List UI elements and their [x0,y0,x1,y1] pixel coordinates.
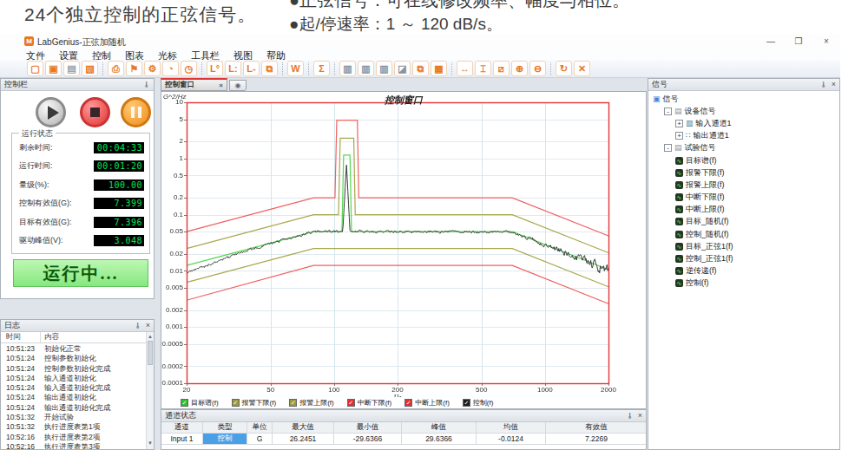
snapshot-button[interactable]: ◉ [229,80,247,91]
sigma-button[interactable]: Σ [313,61,330,76]
log-row[interactable]: 10:51:24输出通道初始化 [1,393,147,402]
legend-item[interactable]: ✓报警上限(f) [289,398,334,408]
pin-icon[interactable]: ⊸ [143,82,151,88]
close-icon[interactable]: × [638,412,642,420]
legend-item[interactable]: ✓报警下限(f) [232,398,277,408]
log-row[interactable]: 10:51:24输出通道初始化完成 [1,403,147,413]
image-flag-button[interactable]: ⚑ [126,61,142,76]
menu-item[interactable]: 图表 [118,50,151,61]
tree-item[interactable]: +∷输出通道1 [648,130,839,142]
full-scale-button[interactable]: ✕ [574,61,590,76]
pin-icon[interactable]: ⊸ [626,413,634,420]
pin-icon[interactable]: ⊸ [134,323,141,329]
close-icon[interactable]: × [146,322,150,329]
legend-checkbox-icon[interactable]: ✓ [232,399,240,407]
legend-checkbox-icon[interactable]: ✓ [463,399,470,407]
scrollbar-thumb[interactable] [148,341,153,365]
log-row[interactable]: 10:52:16执行进度表第3项 [1,442,147,449]
tree-item[interactable]: ∿报警上限(f) [648,179,839,191]
stop-button[interactable] [80,97,110,127]
legend-item[interactable]: ✓控制(f) [463,398,494,408]
tree-item[interactable]: ∿目标_随机(f) [648,216,839,228]
bar-chart-1-button[interactable]: ▥ [339,61,356,76]
tree-item[interactable]: ∿控制_随机(f) [648,228,839,240]
close-icon[interactable]: × [832,81,836,88]
log-row[interactable]: 10:51:32执行进度表第1项 [1,422,147,432]
close-button[interactable]: × [815,35,838,48]
open-button[interactable]: ▤ [63,61,80,76]
legend-checkbox-icon[interactable]: ✓ [289,399,297,407]
log-row[interactable]: 10:51:24控制参数初始化 [1,354,147,363]
log-row[interactable]: 10:51:32开始试验 [1,413,147,422]
legend-item[interactable]: ✓中断下限(f) [347,398,392,408]
menu-item[interactable]: 文件 [19,50,52,61]
scroll-down-icon[interactable]: ▼ [148,440,153,446]
tree-item[interactable]: ∿控制(f) [648,277,839,290]
tree-item[interactable]: -▤设备信号 [648,105,839,117]
chart-canvas[interactable] [161,92,647,397]
clock-button[interactable]: ◷ [181,61,197,76]
menu-item[interactable]: 视图 [227,50,260,61]
tree-item[interactable]: ∿控制_正弦1(f) [648,252,839,264]
log-x-button[interactable]: L° [207,61,223,76]
log-scrollbar[interactable]: ▲ ▼ [146,332,154,449]
tree-item[interactable]: ∿目标_正弦1(f) [648,240,839,252]
tab-close-icon[interactable]: × [219,82,223,89]
copy-window-button[interactable]: ⧉ [261,61,278,76]
legend-item[interactable]: ✓中断上限(f) [404,398,450,408]
tree-item[interactable]: +▥输入通道1 [648,117,839,129]
vertical-splitter[interactable] [155,78,161,450]
legend-item[interactable]: ✓目标谱(f) [181,398,219,408]
legend-checkbox-icon[interactable]: ✓ [404,399,412,407]
tree-item[interactable]: ▣信号 [648,93,839,105]
menu-item[interactable]: 光标 [151,50,184,61]
tree-item[interactable]: ∿报警下限(f) [648,166,839,179]
box-zoom-button[interactable]: ⧄ [493,61,510,76]
v-zoom-button[interactable]: ⌶ [475,61,491,76]
tree-item[interactable]: -▤试验信号 [648,142,839,154]
tree-item[interactable]: ∿目标谱(f) [648,154,839,166]
zoom-out-button[interactable]: ⊖ [529,61,546,76]
tab-control-window[interactable]: 控制窗口 × [161,78,227,91]
new-file-button[interactable]: ▢ [27,61,43,76]
menu-item[interactable]: 控制 [85,50,118,61]
log-y-button[interactable]: L: [225,61,241,76]
expand-icon[interactable]: + [675,132,683,140]
play-button[interactable] [36,97,66,127]
log-row[interactable]: 10:51:23初始化正常 [1,344,147,354]
disc-button[interactable]: ◔ [162,61,179,76]
chart-line-button[interactable]: ◪ [394,61,411,76]
log-row[interactable]: 10:51:24控制参数初始化完成 [1,364,147,374]
dual-window-button[interactable]: ⧉ [412,61,429,76]
menu-item[interactable]: 帮助 [260,50,293,61]
expand-icon[interactable]: + [675,120,683,127]
log-row[interactable]: 10:51:24输入通道初始化 [1,374,147,383]
export-button[interactable]: ▧ [82,61,98,76]
log-row[interactable]: 10:52:16执行进度表第2项 [1,433,147,442]
collapse-icon[interactable]: - [664,108,672,115]
refresh-button[interactable]: ↻ [556,61,572,76]
menu-item[interactable]: 工具栏 [184,50,227,61]
log-xy-button[interactable]: L- [243,61,260,76]
zoom-in-button[interactable]: ⊕ [511,61,528,76]
restore-button[interactable]: ❐ [787,35,810,48]
settings-gear-button[interactable]: ⚙ [144,61,161,76]
print-button[interactable]: ⎙ [108,61,124,76]
scroll-up-icon[interactable]: ▲ [148,334,153,339]
bar-chart-2-button[interactable]: ▥ [358,61,374,76]
pause-button[interactable] [121,97,151,127]
legend-checkbox-icon[interactable]: ✓ [347,399,355,407]
log-row[interactable]: 10:51:24输入通道初始化完成 [1,383,147,393]
pin-icon[interactable]: ⊸ [819,82,827,88]
tree-item[interactable]: ∿中断下限(f) [648,192,839,204]
tree-item[interactable]: ∿逆传递(f) [648,265,839,277]
legend-checkbox-icon[interactable]: ✓ [181,399,188,407]
bar-chart-3-button[interactable]: ▥ [376,61,392,76]
h-zoom-button[interactable]: ↔ [457,61,473,76]
minimize-button[interactable]: — [760,35,782,48]
menu-item[interactable]: 设置 [52,50,85,61]
table-button[interactable]: ▦ [431,61,447,76]
collapse-icon[interactable]: - [664,144,672,152]
save-button[interactable]: ▣ [45,61,62,76]
tree-item[interactable]: ∿中断上限(f) [648,204,839,216]
